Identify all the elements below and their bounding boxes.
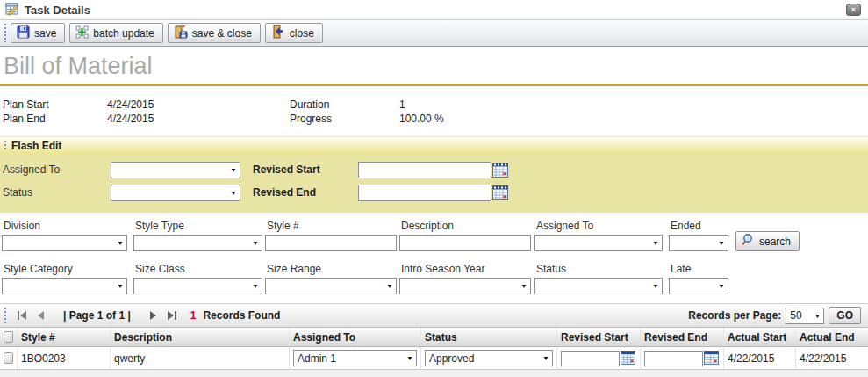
calendar-icon[interactable] <box>621 351 636 366</box>
filter-division-select[interactable]: ▼ <box>2 235 127 251</box>
records-per-page-label: Records per Page: <box>688 309 781 322</box>
last-page-icon[interactable] <box>165 309 179 322</box>
row-assigned-to-value: Admin 1 <box>298 352 336 365</box>
chevron-down-icon: ▼ <box>652 282 659 289</box>
filter-style-number-label: Style # <box>265 220 397 232</box>
row-revised-start-input[interactable] <box>561 351 620 366</box>
duration-label: Duration <box>290 98 399 112</box>
column-header-actual-end[interactable]: Actual End <box>796 328 868 346</box>
toolbar: save batch update save & close <box>0 20 868 47</box>
flash-status-select[interactable]: ▼ <box>111 185 240 201</box>
floppy-disk-icon <box>17 25 30 41</box>
filter-late-select[interactable]: ▼ <box>669 278 728 294</box>
door-exit-icon <box>271 25 285 41</box>
first-page-icon[interactable] <box>15 309 29 322</box>
filter-size-class-label: Size Class <box>133 263 262 275</box>
close-icon[interactable]: × <box>846 4 861 16</box>
records-per-page-select[interactable]: 50 ▼ <box>786 308 824 324</box>
filter-size-range-select[interactable]: ▼ <box>265 278 397 294</box>
page-heading: Bill of Material <box>0 47 868 84</box>
column-header-description[interactable]: Description <box>111 328 290 346</box>
chevron-down-icon: ▼ <box>230 189 237 196</box>
flash-edit-section: Assigned To ▼ Revised Start Status ▼ Rev… <box>0 154 868 213</box>
save-and-close-button-label: save & close <box>192 27 252 40</box>
chevron-down-icon: ▼ <box>406 354 413 361</box>
search-button-label: search <box>759 236 791 248</box>
flash-edit-title: Flash Edit <box>11 140 61 152</box>
filter-style-type-select[interactable]: ▼ <box>133 235 262 251</box>
calendar-icon[interactable] <box>492 185 508 200</box>
task-grid-icon <box>5 2 19 18</box>
flash-revised-start-input[interactable] <box>358 162 491 178</box>
column-header-assigned-to[interactable]: Assigned To <box>290 328 421 346</box>
filter-status-label: Status <box>534 263 663 275</box>
page-title: Bill of Material <box>4 53 864 80</box>
save-button[interactable]: save <box>11 23 65 43</box>
row-revised-end-input[interactable] <box>644 351 703 366</box>
column-header-style-number[interactable]: Style # <box>18 328 111 346</box>
flash-status-label: Status <box>3 186 111 199</box>
filter-description-input[interactable] <box>399 235 531 251</box>
door-save-icon <box>174 25 188 41</box>
column-header-actual-start[interactable]: Actual Start <box>724 328 796 346</box>
filter-description-label: Description <box>399 220 531 232</box>
flash-assigned-to-select[interactable]: ▼ <box>111 162 240 178</box>
filter-style-category-select[interactable]: ▼ <box>2 278 127 294</box>
window-title: Task Details <box>25 4 90 17</box>
flash-assigned-to-label: Assigned To <box>3 163 111 176</box>
duration-value: 1 <box>399 98 405 112</box>
batch-update-button[interactable]: batch update <box>69 23 162 43</box>
search-button[interactable]: search <box>735 231 800 251</box>
save-and-close-button[interactable]: save & close <box>168 23 261 43</box>
flash-edit-header: Flash Edit <box>0 136 868 154</box>
close-button-label: close <box>290 27 314 40</box>
row-checkbox[interactable] <box>4 352 13 364</box>
plan-start-value: 4/24/2015 <box>107 98 290 112</box>
filter-late-label: Late <box>669 263 728 275</box>
flash-revised-end-label: Revised End <box>253 186 358 199</box>
save-button-label: save <box>34 27 56 40</box>
pager-grip <box>4 308 6 323</box>
row-actual-start: 4/22/2015 <box>724 347 796 369</box>
filter-style-number-input[interactable] <box>265 235 397 251</box>
column-header-revised-end[interactable]: Revised End <box>641 328 724 346</box>
records-per-page-value: 50 <box>790 309 801 322</box>
calendar-icon[interactable] <box>704 351 720 366</box>
filter-size-class-select[interactable]: ▼ <box>133 278 262 294</box>
filter-style-category-label: Style Category <box>2 263 127 275</box>
toolbar-grip <box>4 24 6 42</box>
chevron-down-icon: ▼ <box>718 282 725 289</box>
page-indicator: | Page 1 of 1 | <box>63 309 131 322</box>
plan-end-value: 4/24/2015 <box>107 112 290 126</box>
search-filters-section: Division ▼ Style Type ▼ Style # Descript… <box>0 213 868 303</box>
flash-revised-end-input[interactable] <box>358 185 491 201</box>
row-status-value: Approved <box>429 352 474 365</box>
filter-status-select[interactable]: ▼ <box>534 278 663 294</box>
filter-ended-select[interactable]: ▼ <box>669 235 728 251</box>
previous-page-icon[interactable] <box>34 309 48 322</box>
row-description: qwerty <box>111 347 290 369</box>
go-button[interactable]: GO <box>829 307 861 324</box>
batch-update-button-label: batch update <box>93 27 154 40</box>
chevron-down-icon: ▼ <box>814 312 821 319</box>
select-all-checkbox[interactable] <box>4 331 13 343</box>
flash-revised-start-label: Revised Start <box>253 163 358 176</box>
filter-assigned-to-label: Assigned To <box>534 220 663 232</box>
filter-intro-season-year-label: Intro Season Year <box>399 263 531 275</box>
close-button[interactable]: close <box>265 23 323 43</box>
calendar-icon[interactable] <box>492 163 508 178</box>
batch-update-icon <box>75 25 89 41</box>
progress-value: 100.00 % <box>399 112 444 126</box>
chevron-down-icon: ▼ <box>230 166 237 173</box>
row-status-select[interactable]: Approved ▼ <box>425 350 553 366</box>
filter-intro-season-year-select[interactable]: ▼ <box>399 278 531 294</box>
chevron-down-icon: ▼ <box>386 282 393 289</box>
chevron-down-icon: ▼ <box>718 239 725 246</box>
column-header-revised-start[interactable]: Revised Start <box>557 328 641 346</box>
progress-label: Progress <box>290 112 399 126</box>
next-page-icon[interactable] <box>146 309 160 322</box>
filter-assigned-to-select[interactable]: ▼ <box>534 235 663 251</box>
row-assigned-to-select[interactable]: Admin 1 ▼ <box>293 350 417 366</box>
column-header-status[interactable]: Status <box>421 328 557 346</box>
search-icon <box>741 233 756 250</box>
